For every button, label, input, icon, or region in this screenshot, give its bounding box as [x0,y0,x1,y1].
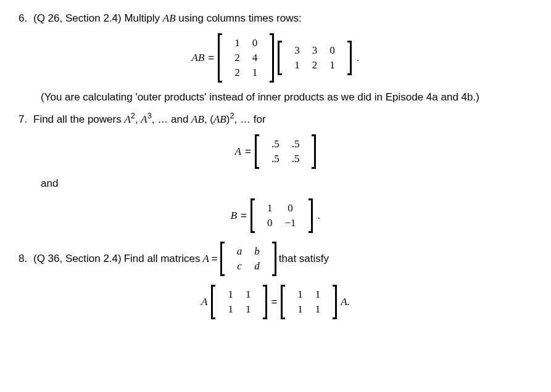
equals: = [208,52,214,64]
sup: 2 [230,111,234,120]
problem-text: Find all the powers A2, A3, … and AB, (A… [33,111,532,126]
text: Find all matrices [124,253,201,265]
problem-8: 8. (Q 36, Section 2.4) Find all matrices… [19,242,532,319]
problem-6: 6. (Q 26, Section 2.4) Multiply AB using… [19,12,532,104]
matrix-B: 10 0−1 [251,198,313,233]
equals: = [245,145,251,158]
text: , [135,113,141,125]
equals: = [271,296,277,308]
problem-7-statement: 7. Find all the powers A2, A3, … and AB,… [19,111,532,126]
problem-number: 6. [19,12,33,25]
var-AB: AB [213,113,226,125]
equation-commute: A 11 11 = 11 11 A. [19,285,532,319]
text: Multiply [124,12,162,24]
problem-text: (Q 26, Section 2.4) Multiply AB using co… [33,12,532,25]
matrix-A: .5.5 .5.5 [255,134,317,169]
and-text: and [41,178,532,190]
lhs: A [235,145,241,158]
matrix-2x3: 330 121 [278,41,352,75]
var-A: A [202,253,209,265]
problem-number: 8. [19,253,33,265]
ref: (Q 36, Section 2.4) [33,253,122,265]
text: , … and [152,113,191,125]
equation-A: A = .5.5 .5.5 [19,134,532,169]
equation-AB: AB = 10 24 21 330 121 . [19,33,532,83]
text: , ( [204,113,213,125]
problem-8-statement: 8. (Q 36, Section 2.4) Find all matrices… [19,242,532,276]
matrix-abcd: ab cd [220,242,276,276]
matrix-3x2: 10 24 21 [218,33,274,83]
problem-6-note: (You are calculating 'outer products' in… [41,91,532,104]
var-A: A [201,296,207,308]
text: that satisfy [279,253,329,265]
var-AB: AB [191,113,204,125]
equals: = [212,253,218,265]
matrix-ones-left: 11 11 [211,285,267,319]
var-A: A. [341,296,350,308]
var-A: A [141,113,147,125]
lhs: B [231,210,237,222]
lhs: AB [192,52,205,64]
text: using columns times rows: [176,12,302,24]
period: . [357,52,360,64]
equation-B: B = 10 0−1 . [19,198,532,233]
problem-6-statement: 6. (Q 26, Section 2.4) Multiply AB using… [19,12,532,25]
problem-7: 7. Find all the powers A2, A3, … and AB,… [19,111,532,233]
sup: 3 [147,111,152,120]
matrix-ones-right: 11 11 [281,285,337,319]
text: , … for [234,113,266,125]
var-A: A [124,113,130,125]
text: Find all the powers [33,113,124,125]
var-AB: AB [163,12,176,24]
equals: = [241,210,247,222]
problem-number: 7. [19,113,33,126]
ref: (Q 26, Section 2.4) [33,12,122,24]
problem-text: (Q 36, Section 2.4) Find all matrices A … [33,242,532,276]
note-text: (You are calculating 'outer products' in… [41,91,479,103]
period: . [318,210,321,222]
sup: 2 [131,111,135,120]
